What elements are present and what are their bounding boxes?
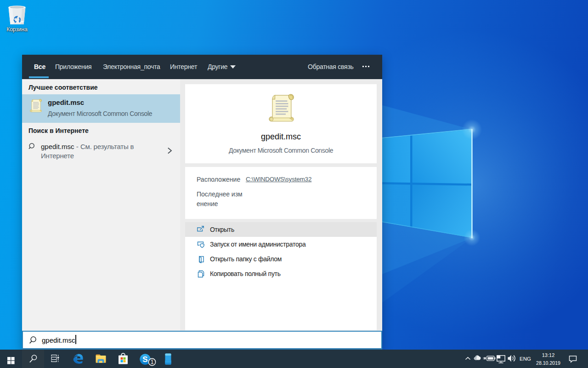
svg-text:S: S <box>142 355 147 364</box>
svg-text:28.10.2019: 28.10.2019 <box>536 360 560 366</box>
svg-text:13:12: 13:12 <box>542 352 555 358</box>
svg-text:1: 1 <box>151 359 154 365</box>
svg-text:ENG: ENG <box>520 356 531 362</box>
